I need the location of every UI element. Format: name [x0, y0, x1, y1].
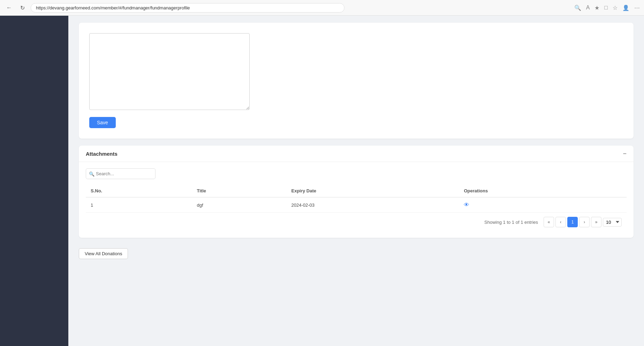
profile-icon[interactable]: 👤 [622, 5, 629, 11]
main-content: Save Attachments − 🔍 S.No. [68, 16, 644, 346]
view-all-donations-button[interactable]: View All Donations [79, 248, 128, 259]
back-button[interactable]: ← [4, 3, 14, 13]
description-textarea[interactable] [89, 33, 250, 110]
per-page-select[interactable]: 10 25 50 100 [603, 218, 622, 227]
cell-title: dgf [192, 197, 286, 212]
table-header: S.No. Title Expiry Date Operations [86, 185, 627, 197]
col-expiry-date: Expiry Date [286, 185, 459, 197]
reload-button[interactable]: ↻ [17, 3, 27, 13]
sidebar [0, 16, 68, 346]
last-page-button[interactable]: » [591, 217, 601, 227]
first-page-button[interactable]: « [544, 217, 554, 227]
extensions-icon[interactable]: ⋯ [634, 5, 640, 11]
reader-mode-icon[interactable]: A [586, 5, 590, 11]
attachments-title: Attachments [86, 151, 118, 157]
address-bar[interactable]: https://devang.gearforneed.com/member/#/… [31, 3, 344, 13]
form-card: Save [79, 23, 634, 139]
page-layout: Save Attachments − 🔍 S.No. [0, 16, 644, 346]
browser-favorites-icon[interactable]: ☆ [613, 5, 618, 11]
search-input[interactable] [86, 168, 156, 179]
attachments-card: Attachments − 🔍 S.No. Title Expiry Date [79, 146, 634, 238]
search-browser-icon[interactable]: 🔍 [574, 5, 581, 11]
cell-operations: 👁 [459, 197, 627, 212]
view-icon[interactable]: 👁 [464, 202, 469, 208]
split-screen-icon[interactable]: □ [604, 5, 608, 11]
attachments-table: S.No. Title Expiry Date Operations 1 dgf… [86, 185, 627, 212]
table-body: 1 dgf 2024-02-03 👁 [86, 197, 627, 212]
search-icon: 🔍 [89, 171, 94, 176]
favorites-icon[interactable]: ★ [594, 5, 599, 11]
attachments-body: 🔍 S.No. Title Expiry Date Operations [79, 162, 634, 238]
browser-toolbar: 🔍 A ★ □ ☆ 👤 ⋯ [574, 5, 640, 11]
next-page-button[interactable]: › [579, 217, 590, 227]
cell-sno: 1 [86, 197, 192, 212]
browser-chrome: ← ↻ https://devang.gearforneed.com/membe… [0, 0, 644, 16]
collapse-button[interactable]: − [623, 150, 627, 157]
pagination-bar: Showing 1 to 1 of 1 entries « ‹ 1 › » 10… [86, 212, 627, 231]
table-row: 1 dgf 2024-02-03 👁 [86, 197, 627, 212]
col-sno: S.No. [86, 185, 192, 197]
attachments-header: Attachments − [79, 146, 634, 162]
cell-expiry-date: 2024-02-03 [286, 197, 459, 212]
col-operations: Operations [459, 185, 627, 197]
page-1-button[interactable]: 1 [567, 217, 578, 227]
prev-page-button[interactable]: ‹ [555, 217, 566, 227]
save-button[interactable]: Save [89, 117, 116, 128]
search-wrapper: 🔍 [86, 168, 156, 179]
col-title: Title [192, 185, 286, 197]
pagination-info: Showing 1 to 1 of 1 entries [484, 220, 538, 225]
